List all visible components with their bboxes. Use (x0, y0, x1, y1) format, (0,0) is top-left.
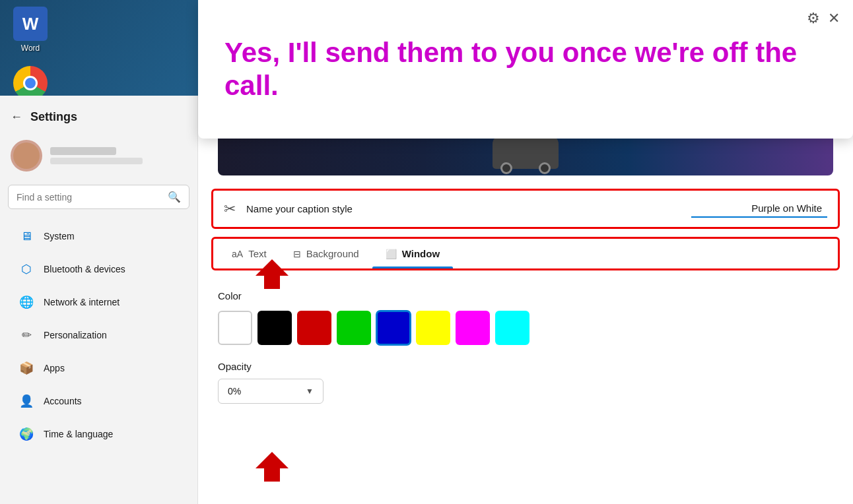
arrow-svg-1 (252, 256, 289, 292)
user-sub-placeholder (50, 158, 143, 164)
opacity-value: 0% (228, 386, 241, 396)
search-icon: 🔍 (168, 191, 181, 203)
nav-label-personalization: Personalization (44, 330, 107, 340)
avatar-face (13, 142, 40, 169)
bluetooth-icon: ⬡ (18, 261, 34, 277)
color-swatch-white[interactable] (218, 311, 252, 345)
arrow-indicator-2 (252, 449, 289, 488)
gear-icon[interactable]: ⚙ (807, 10, 820, 27)
color-section: Color Opacity 0% ▼ (198, 284, 853, 410)
tab-window-label: Window (402, 248, 440, 259)
color-swatch-cyan[interactable] (495, 311, 529, 345)
nav-label-apps: Apps (44, 363, 65, 373)
user-profile[interactable] (0, 132, 197, 185)
nav-label-network: Network & internet (44, 297, 119, 307)
background-tab-icon: ⊟ (293, 249, 301, 259)
close-icon[interactable]: ✕ (828, 10, 840, 27)
caption-style-name-input[interactable] (691, 200, 827, 218)
scissors-icon: ✂ (224, 201, 236, 218)
apps-icon: 📦 (18, 360, 34, 376)
caption-controls: ⚙ ✕ (807, 10, 840, 27)
word-desktop-icon[interactable]: W Word (13, 7, 48, 53)
color-swatch-green[interactable] (337, 311, 371, 345)
opacity-dropdown[interactable]: 0% ▼ (218, 379, 324, 404)
search-input[interactable] (17, 192, 162, 203)
tab-background-label: Background (306, 248, 359, 259)
user-info (50, 147, 143, 164)
settings-window: ← Settings 🔍 🖥 System ⬡ Bluetooth & devi… (0, 96, 853, 504)
nav-item-network[interactable]: 🌐 Network & internet (5, 286, 192, 318)
tab-background[interactable]: ⊟ Background (280, 239, 372, 268)
nav-item-personalization[interactable]: ✏ Personalization (5, 319, 192, 351)
avatar (11, 140, 42, 172)
svg-marker-0 (256, 259, 289, 289)
personalization-icon: ✏ (18, 327, 34, 343)
network-icon: 🌐 (18, 294, 34, 310)
color-swatch-red[interactable] (297, 311, 331, 345)
back-button[interactable]: ← (11, 110, 22, 124)
color-swatch-blue[interactable] (376, 311, 411, 345)
settings-title: Settings (30, 110, 77, 124)
color-section-title: Color (218, 290, 833, 301)
caption-text: Yes, I'll send them to you once we're of… (224, 36, 827, 103)
text-tab-icon: aA (232, 249, 243, 259)
main-content: Accessibility › Captions › Caption style… (198, 96, 853, 504)
nav-label-time: Time & language (44, 429, 113, 439)
word-icon-image: W (13, 7, 48, 41)
name-style-row: ✂ Name your caption style (211, 189, 840, 229)
nav-item-apps[interactable]: 📦 Apps (5, 352, 192, 384)
opacity-section-title: Opacity (218, 361, 833, 372)
svg-marker-1 (256, 452, 289, 482)
word-icon-label: Word (21, 44, 40, 53)
name-style-label: Name your caption style (246, 203, 681, 214)
caption-overlay: Yes, I'll send them to you once we're of… (198, 0, 853, 139)
arrow-indicator-1 (252, 256, 289, 295)
settings-sidebar: ← Settings 🔍 🖥 System ⬡ Bluetooth & devi… (0, 96, 198, 504)
user-name-placeholder (50, 147, 116, 155)
settings-header: ← Settings (0, 102, 197, 132)
nav-item-bluetooth[interactable]: ⬡ Bluetooth & devices (5, 253, 192, 285)
color-swatch-yellow[interactable] (416, 311, 450, 345)
color-swatches (218, 311, 833, 345)
car-wheel-left (500, 162, 512, 174)
color-swatch-magenta[interactable] (456, 311, 490, 345)
window-tab-icon: ⬜ (386, 249, 397, 259)
nav-label-bluetooth: Bluetooth & devices (44, 264, 125, 274)
nav-label-accounts: Accounts (44, 396, 82, 406)
tab-window[interactable]: ⬜ Window (372, 239, 453, 268)
nav-item-accounts[interactable]: 👤 Accounts (5, 385, 192, 417)
time-icon: 🌍 (18, 426, 34, 442)
chrome-inner-circle (23, 76, 38, 90)
system-icon: 🖥 (18, 228, 34, 244)
car-wheel-right (539, 162, 551, 174)
tabs-row: aA Text ⊟ Background ⬜ Window (211, 237, 840, 270)
nav-label-system: System (44, 231, 75, 241)
preview-content (493, 136, 559, 169)
word-letter: W (22, 14, 39, 34)
nav-item-time[interactable]: 🌍 Time & language (5, 418, 192, 450)
chevron-down-icon: ▼ (306, 387, 314, 396)
color-swatch-black[interactable] (257, 311, 292, 345)
accounts-icon: 👤 (18, 393, 34, 409)
nav-item-system[interactable]: 🖥 System (5, 220, 192, 252)
preview-car-shape (493, 136, 559, 169)
arrow-svg-2 (252, 449, 289, 485)
search-box[interactable]: 🔍 (8, 185, 189, 209)
